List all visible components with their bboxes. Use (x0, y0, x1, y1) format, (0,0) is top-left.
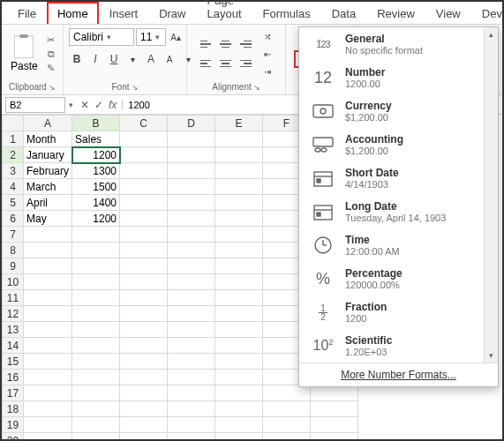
cell[interactable]: Month (24, 131, 72, 147)
cell[interactable] (168, 290, 215, 306)
cell[interactable] (263, 417, 311, 433)
cell[interactable] (263, 433, 311, 442)
cell[interactable] (311, 433, 358, 442)
scroll-up-icon[interactable]: ▴ (485, 27, 498, 41)
row-header-14[interactable]: 14 (3, 338, 24, 354)
chevron-down-icon[interactable]: ▾ (69, 101, 73, 109)
cell[interactable] (168, 227, 215, 243)
cell[interactable] (72, 338, 120, 354)
cell[interactable] (72, 370, 120, 385)
row-header-11[interactable]: 11 (3, 290, 24, 306)
cell[interactable] (168, 179, 215, 195)
increase-indent-icon[interactable]: ⇥ (260, 64, 275, 79)
cell[interactable] (72, 306, 120, 322)
name-box[interactable]: B2 (5, 97, 65, 113)
col-header-D[interactable]: D (168, 116, 215, 131)
cell[interactable] (120, 243, 168, 258)
cell[interactable] (168, 163, 215, 179)
cell[interactable] (215, 433, 263, 442)
cell[interactable]: April (24, 195, 72, 211)
align-left-icon[interactable] (198, 55, 215, 72)
cell[interactable] (72, 417, 120, 433)
cell[interactable] (120, 290, 168, 306)
cell[interactable] (120, 147, 168, 163)
cell[interactable] (120, 354, 168, 370)
cell[interactable] (311, 385, 358, 401)
col-header-E[interactable]: E (215, 116, 263, 131)
cell[interactable] (24, 227, 72, 243)
cell[interactable] (168, 370, 215, 385)
cell[interactable] (120, 338, 168, 354)
cell[interactable] (120, 131, 168, 147)
align-top-left-icon[interactable] (198, 35, 215, 53)
shrink-font-icon[interactable]: A (143, 51, 159, 67)
cell[interactable] (215, 163, 263, 179)
decrease-indent-icon[interactable]: ⇤ (260, 46, 275, 62)
format-option-currency[interactable]: Currency$1,200.00 (299, 94, 498, 128)
cell[interactable] (120, 211, 168, 227)
cell[interactable] (263, 385, 311, 401)
format-option-scientific[interactable]: 102Scientific1.20E+03 (299, 329, 498, 363)
cell[interactable] (24, 433, 72, 442)
cell[interactable] (24, 243, 72, 258)
row-header-6[interactable]: 6 (3, 211, 24, 227)
tab-draw[interactable]: Draw (148, 2, 196, 24)
grow-font-icon[interactable]: A▴ (168, 29, 184, 45)
cell[interactable] (120, 370, 168, 385)
cell[interactable] (120, 306, 168, 322)
row-header-2[interactable]: 2 (3, 147, 24, 163)
row-header-10[interactable]: 10 (3, 274, 24, 290)
cell[interactable] (168, 306, 215, 322)
cell[interactable] (215, 290, 263, 306)
align-top-right-icon[interactable] (237, 35, 254, 53)
cell[interactable] (120, 385, 168, 401)
cell[interactable] (24, 385, 72, 401)
cell[interactable] (24, 258, 72, 274)
cell[interactable] (72, 385, 120, 401)
format-option-percentage[interactable]: %Percentage120000.00% (299, 262, 498, 295)
cell[interactable] (120, 322, 168, 338)
row-header-13[interactable]: 13 (3, 322, 24, 338)
cell[interactable]: May (24, 211, 72, 227)
cell[interactable]: January (24, 147, 72, 163)
cut-icon[interactable]: ✂ (45, 34, 57, 46)
cell[interactable] (24, 274, 72, 290)
cell[interactable] (168, 338, 215, 354)
cell[interactable] (311, 401, 358, 417)
row-header-16[interactable]: 16 (3, 370, 24, 385)
format-painter-icon[interactable]: ✎ (45, 62, 57, 74)
copy-icon[interactable]: ⧉ (45, 48, 57, 60)
cell[interactable] (215, 370, 263, 385)
cell[interactable] (120, 227, 168, 243)
cell[interactable] (72, 354, 120, 370)
cell[interactable] (72, 227, 120, 243)
cell[interactable] (120, 195, 168, 211)
cell[interactable] (120, 179, 168, 195)
cell[interactable] (215, 131, 263, 147)
cell[interactable] (215, 274, 263, 290)
font-name-combo[interactable]: Calibri▾ (69, 28, 134, 46)
cell[interactable] (168, 147, 215, 163)
cell[interactable] (168, 274, 215, 290)
format-option-general[interactable]: →123GeneralNo specific format (299, 27, 498, 61)
select-all-corner[interactable] (3, 116, 24, 131)
row-header-17[interactable]: 17 (3, 385, 24, 401)
row-header-20[interactable]: 20 (3, 433, 24, 442)
cell[interactable] (72, 433, 120, 442)
cell[interactable] (215, 147, 263, 163)
cell[interactable] (120, 274, 168, 290)
cell[interactable] (24, 401, 72, 417)
row-header-7[interactable]: 7 (3, 227, 24, 243)
row-header-19[interactable]: 19 (3, 417, 24, 433)
font-size-combo[interactable]: 11▾ (136, 28, 166, 46)
cell[interactable] (168, 211, 215, 227)
tab-home[interactable]: Home (47, 2, 99, 24)
cell[interactable] (168, 258, 215, 274)
cell[interactable]: 1300 (72, 163, 120, 179)
tab-formulas[interactable]: Formulas (252, 2, 321, 24)
row-header-5[interactable]: 5 (3, 195, 24, 211)
cell[interactable] (168, 433, 215, 442)
cell[interactable] (215, 385, 263, 401)
cell[interactable] (168, 401, 215, 417)
align-top-center-icon[interactable] (217, 35, 235, 53)
